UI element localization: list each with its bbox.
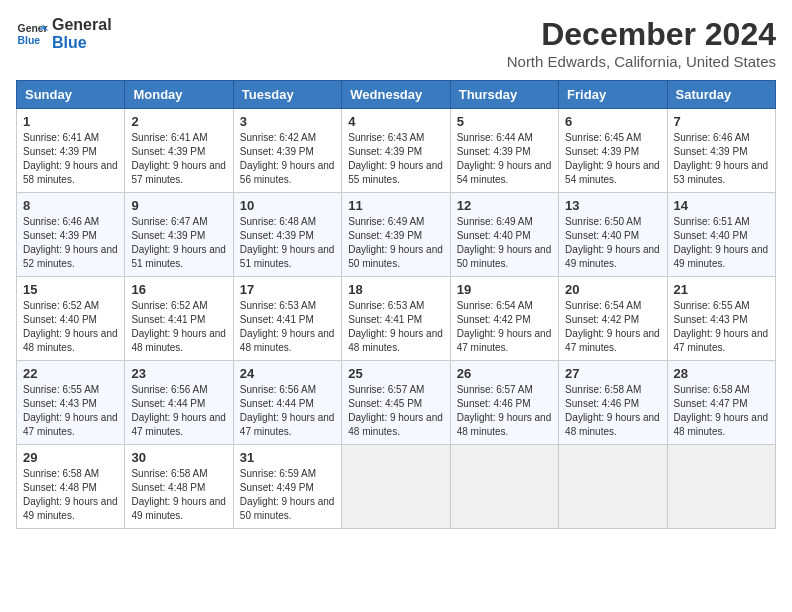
- day-number: 3: [240, 114, 335, 129]
- day-number: 17: [240, 282, 335, 297]
- calendar-cell: 29 Sunrise: 6:58 AM Sunset: 4:48 PM Dayl…: [17, 445, 125, 529]
- day-number: 14: [674, 198, 769, 213]
- sunset-label: Sunset: 4:41 PM: [131, 314, 205, 325]
- daylight-label: Daylight: 9 hours and 49 minutes.: [674, 244, 769, 269]
- sunset-label: Sunset: 4:39 PM: [131, 146, 205, 157]
- calendar-cell: 16 Sunrise: 6:52 AM Sunset: 4:41 PM Dayl…: [125, 277, 233, 361]
- day-info: Sunrise: 6:46 AM Sunset: 4:39 PM Dayligh…: [23, 215, 118, 271]
- day-number: 11: [348, 198, 443, 213]
- sunrise-label: Sunrise: 6:49 AM: [348, 216, 424, 227]
- sunset-label: Sunset: 4:43 PM: [674, 314, 748, 325]
- calendar-cell: 8 Sunrise: 6:46 AM Sunset: 4:39 PM Dayli…: [17, 193, 125, 277]
- day-info: Sunrise: 6:55 AM Sunset: 4:43 PM Dayligh…: [674, 299, 769, 355]
- calendar-cell: 5 Sunrise: 6:44 AM Sunset: 4:39 PM Dayli…: [450, 109, 558, 193]
- page-title: December 2024: [507, 16, 776, 53]
- calendar-cell: [342, 445, 450, 529]
- calendar-cell: [667, 445, 775, 529]
- sunrise-label: Sunrise: 6:53 AM: [240, 300, 316, 311]
- calendar-cell: 30 Sunrise: 6:58 AM Sunset: 4:48 PM Dayl…: [125, 445, 233, 529]
- calendar-cell: 23 Sunrise: 6:56 AM Sunset: 4:44 PM Dayl…: [125, 361, 233, 445]
- daylight-label: Daylight: 9 hours and 50 minutes.: [240, 496, 335, 521]
- day-number: 22: [23, 366, 118, 381]
- sunset-label: Sunset: 4:39 PM: [240, 230, 314, 241]
- daylight-label: Daylight: 9 hours and 51 minutes.: [131, 244, 226, 269]
- daylight-label: Daylight: 9 hours and 50 minutes.: [348, 244, 443, 269]
- day-number: 2: [131, 114, 226, 129]
- sunset-label: Sunset: 4:39 PM: [240, 146, 314, 157]
- calendar-cell: 14 Sunrise: 6:51 AM Sunset: 4:40 PM Dayl…: [667, 193, 775, 277]
- sunrise-label: Sunrise: 6:55 AM: [23, 384, 99, 395]
- daylight-label: Daylight: 9 hours and 53 minutes.: [674, 160, 769, 185]
- day-info: Sunrise: 6:42 AM Sunset: 4:39 PM Dayligh…: [240, 131, 335, 187]
- calendar-cell: 27 Sunrise: 6:58 AM Sunset: 4:46 PM Dayl…: [559, 361, 667, 445]
- day-number: 12: [457, 198, 552, 213]
- calendar-cell: 7 Sunrise: 6:46 AM Sunset: 4:39 PM Dayli…: [667, 109, 775, 193]
- calendar-header-row: SundayMondayTuesdayWednesdayThursdayFrid…: [17, 81, 776, 109]
- daylight-label: Daylight: 9 hours and 47 minutes.: [23, 412, 118, 437]
- calendar-cell: 4 Sunrise: 6:43 AM Sunset: 4:39 PM Dayli…: [342, 109, 450, 193]
- sunrise-label: Sunrise: 6:55 AM: [674, 300, 750, 311]
- calendar-cell: 9 Sunrise: 6:47 AM Sunset: 4:39 PM Dayli…: [125, 193, 233, 277]
- day-number: 30: [131, 450, 226, 465]
- calendar-cell: 21 Sunrise: 6:55 AM Sunset: 4:43 PM Dayl…: [667, 277, 775, 361]
- sunset-label: Sunset: 4:40 PM: [23, 314, 97, 325]
- calendar-cell: 6 Sunrise: 6:45 AM Sunset: 4:39 PM Dayli…: [559, 109, 667, 193]
- day-number: 13: [565, 198, 660, 213]
- header-monday: Monday: [125, 81, 233, 109]
- day-number: 21: [674, 282, 769, 297]
- daylight-label: Daylight: 9 hours and 48 minutes.: [131, 328, 226, 353]
- daylight-label: Daylight: 9 hours and 47 minutes.: [457, 328, 552, 353]
- header-sunday: Sunday: [17, 81, 125, 109]
- sunset-label: Sunset: 4:46 PM: [565, 398, 639, 409]
- day-info: Sunrise: 6:52 AM Sunset: 4:41 PM Dayligh…: [131, 299, 226, 355]
- sunrise-label: Sunrise: 6:52 AM: [23, 300, 99, 311]
- day-number: 10: [240, 198, 335, 213]
- sunrise-label: Sunrise: 6:45 AM: [565, 132, 641, 143]
- sunset-label: Sunset: 4:49 PM: [240, 482, 314, 493]
- sunset-label: Sunset: 4:40 PM: [674, 230, 748, 241]
- daylight-label: Daylight: 9 hours and 49 minutes.: [23, 496, 118, 521]
- page-header: General Blue General Blue December 2024 …: [16, 16, 776, 70]
- sunrise-label: Sunrise: 6:50 AM: [565, 216, 641, 227]
- calendar-cell: 18 Sunrise: 6:53 AM Sunset: 4:41 PM Dayl…: [342, 277, 450, 361]
- sunrise-label: Sunrise: 6:48 AM: [240, 216, 316, 227]
- daylight-label: Daylight: 9 hours and 54 minutes.: [457, 160, 552, 185]
- sunrise-label: Sunrise: 6:57 AM: [348, 384, 424, 395]
- day-info: Sunrise: 6:58 AM Sunset: 4:46 PM Dayligh…: [565, 383, 660, 439]
- day-number: 25: [348, 366, 443, 381]
- sunset-label: Sunset: 4:40 PM: [457, 230, 531, 241]
- day-info: Sunrise: 6:41 AM Sunset: 4:39 PM Dayligh…: [131, 131, 226, 187]
- day-number: 24: [240, 366, 335, 381]
- day-number: 5: [457, 114, 552, 129]
- day-number: 28: [674, 366, 769, 381]
- day-info: Sunrise: 6:58 AM Sunset: 4:48 PM Dayligh…: [23, 467, 118, 523]
- sunset-label: Sunset: 4:48 PM: [23, 482, 97, 493]
- day-number: 7: [674, 114, 769, 129]
- day-number: 20: [565, 282, 660, 297]
- sunrise-label: Sunrise: 6:54 AM: [565, 300, 641, 311]
- day-number: 31: [240, 450, 335, 465]
- day-info: Sunrise: 6:45 AM Sunset: 4:39 PM Dayligh…: [565, 131, 660, 187]
- calendar-cell: 26 Sunrise: 6:57 AM Sunset: 4:46 PM Dayl…: [450, 361, 558, 445]
- day-info: Sunrise: 6:59 AM Sunset: 4:49 PM Dayligh…: [240, 467, 335, 523]
- calendar-cell: 17 Sunrise: 6:53 AM Sunset: 4:41 PM Dayl…: [233, 277, 341, 361]
- daylight-label: Daylight: 9 hours and 47 minutes.: [674, 328, 769, 353]
- sunset-label: Sunset: 4:40 PM: [565, 230, 639, 241]
- sunrise-label: Sunrise: 6:54 AM: [457, 300, 533, 311]
- sunset-label: Sunset: 4:42 PM: [565, 314, 639, 325]
- day-number: 19: [457, 282, 552, 297]
- svg-text:Blue: Blue: [18, 34, 41, 45]
- daylight-label: Daylight: 9 hours and 48 minutes.: [674, 412, 769, 437]
- day-info: Sunrise: 6:44 AM Sunset: 4:39 PM Dayligh…: [457, 131, 552, 187]
- day-info: Sunrise: 6:49 AM Sunset: 4:40 PM Dayligh…: [457, 215, 552, 271]
- calendar-week-3: 15 Sunrise: 6:52 AM Sunset: 4:40 PM Dayl…: [17, 277, 776, 361]
- daylight-label: Daylight: 9 hours and 48 minutes.: [348, 328, 443, 353]
- day-number: 8: [23, 198, 118, 213]
- sunset-label: Sunset: 4:42 PM: [457, 314, 531, 325]
- calendar-cell: 22 Sunrise: 6:55 AM Sunset: 4:43 PM Dayl…: [17, 361, 125, 445]
- calendar-cell: 10 Sunrise: 6:48 AM Sunset: 4:39 PM Dayl…: [233, 193, 341, 277]
- calendar-cell: 19 Sunrise: 6:54 AM Sunset: 4:42 PM Dayl…: [450, 277, 558, 361]
- daylight-label: Daylight: 9 hours and 51 minutes.: [240, 244, 335, 269]
- day-number: 23: [131, 366, 226, 381]
- day-info: Sunrise: 6:57 AM Sunset: 4:46 PM Dayligh…: [457, 383, 552, 439]
